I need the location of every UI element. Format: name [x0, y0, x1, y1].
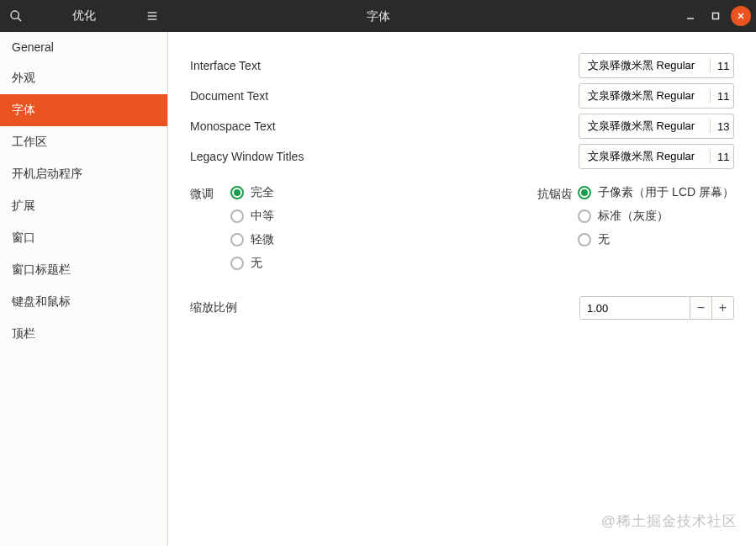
- font-name: 文泉驿微米黑 Regular: [588, 58, 703, 73]
- font-row-label: Interface Text: [190, 59, 426, 72]
- sidebar-item-8[interactable]: 键盘和鼠标: [0, 286, 167, 318]
- antialias-option[interactable]: 子像素（用于 LCD 屏幕）: [578, 185, 734, 200]
- font-chooser-button[interactable]: 文泉驿微米黑 Regular13: [579, 114, 734, 139]
- font-size: 11: [710, 60, 728, 72]
- sidebar: General外观字体工作区开机启动程序扩展窗口窗口标题栏键盘和鼠标顶栏: [0, 32, 168, 546]
- antialias-option-label: 无: [598, 232, 610, 247]
- svg-rect-6: [713, 13, 719, 19]
- app-title: 优化: [32, 8, 136, 24]
- scale-increment-button[interactable]: +: [711, 297, 733, 319]
- scale-input[interactable]: [580, 297, 690, 319]
- radio-icon: [578, 186, 591, 199]
- font-row-label: Document Text: [190, 89, 426, 103]
- radio-icon: [230, 186, 244, 199]
- hinting-option-label: 轻微: [251, 232, 274, 247]
- scale-decrement-button[interactable]: −: [690, 297, 711, 319]
- font-row: Document Text文泉驿微米黑 Regular11: [190, 81, 734, 111]
- hinting-label: 微调: [190, 185, 230, 271]
- hinting-option-label: 中等: [251, 209, 274, 224]
- radio-icon: [578, 233, 591, 246]
- radio-icon: [230, 233, 244, 246]
- hamburger-menu-icon[interactable]: [136, 0, 168, 32]
- scale-label: 缩放比例: [190, 300, 426, 315]
- font-row: Legacy Window Titles文泉驿微米黑 Regular11: [190, 141, 734, 172]
- hinting-option[interactable]: 无: [230, 256, 274, 271]
- title-bar: 优化 字体: [0, 0, 756, 32]
- sidebar-item-4[interactable]: 开机启动程序: [0, 158, 167, 190]
- font-row: Interface Text文泉驿微米黑 Regular11: [190, 50, 734, 81]
- watermark: @稀土掘金技术社区: [601, 512, 737, 531]
- search-icon[interactable]: [0, 0, 32, 32]
- font-row: Monospace Text文泉驿微米黑 Regular13: [190, 111, 734, 141]
- font-chooser-button[interactable]: 文泉驿微米黑 Regular11: [579, 83, 734, 109]
- font-row-label: Legacy Window Titles: [190, 150, 426, 163]
- hinting-option-label: 无: [251, 256, 262, 271]
- antialias-label: 抗锯齿: [537, 185, 578, 271]
- sidebar-item-7[interactable]: 窗口标题栏: [0, 254, 167, 286]
- font-chooser-button[interactable]: 文泉驿微米黑 Regular11: [579, 144, 734, 169]
- radio-icon: [578, 209, 591, 223]
- sidebar-item-0[interactable]: General: [0, 32, 167, 62]
- sidebar-item-2[interactable]: 字体: [0, 94, 167, 126]
- sidebar-item-3[interactable]: 工作区: [0, 126, 167, 158]
- font-name: 文泉驿微米黑 Regular: [588, 119, 703, 134]
- sidebar-item-5[interactable]: 扩展: [0, 190, 167, 222]
- main-panel: Interface Text文泉驿微米黑 Regular11Document T…: [168, 32, 756, 546]
- antialias-option[interactable]: 标准（灰度）: [578, 209, 734, 224]
- sidebar-item-6[interactable]: 窗口: [0, 222, 167, 254]
- sidebar-item-9[interactable]: 顶栏: [0, 318, 167, 350]
- window-close-button[interactable]: [731, 6, 751, 26]
- hinting-option[interactable]: 中等: [230, 209, 274, 224]
- font-size: 11: [710, 151, 728, 163]
- font-name: 文泉驿微米黑 Regular: [588, 88, 703, 103]
- hinting-option[interactable]: 轻微: [230, 232, 274, 247]
- sidebar-item-1[interactable]: 外观: [0, 62, 167, 94]
- font-name: 文泉驿微米黑 Regular: [588, 149, 703, 164]
- radio-icon: [230, 209, 244, 223]
- font-chooser-button[interactable]: 文泉驿微米黑 Regular11: [579, 53, 734, 78]
- font-row-label: Monospace Text: [190, 119, 426, 133]
- scale-spinbox: − +: [579, 296, 734, 320]
- font-size: 13: [710, 120, 728, 133]
- svg-line-1: [18, 18, 21, 21]
- antialias-option[interactable]: 无: [578, 232, 734, 247]
- hinting-option[interactable]: 完全: [230, 185, 274, 200]
- window-maximize-button[interactable]: [706, 6, 726, 26]
- hinting-option-label: 完全: [251, 185, 274, 200]
- radio-icon: [230, 257, 244, 270]
- antialias-option-label: 子像素（用于 LCD 屏幕）: [598, 185, 734, 200]
- window-minimize-button[interactable]: [680, 6, 700, 26]
- font-size: 11: [710, 90, 728, 103]
- antialias-option-label: 标准（灰度）: [598, 209, 669, 224]
- svg-point-0: [11, 11, 19, 19]
